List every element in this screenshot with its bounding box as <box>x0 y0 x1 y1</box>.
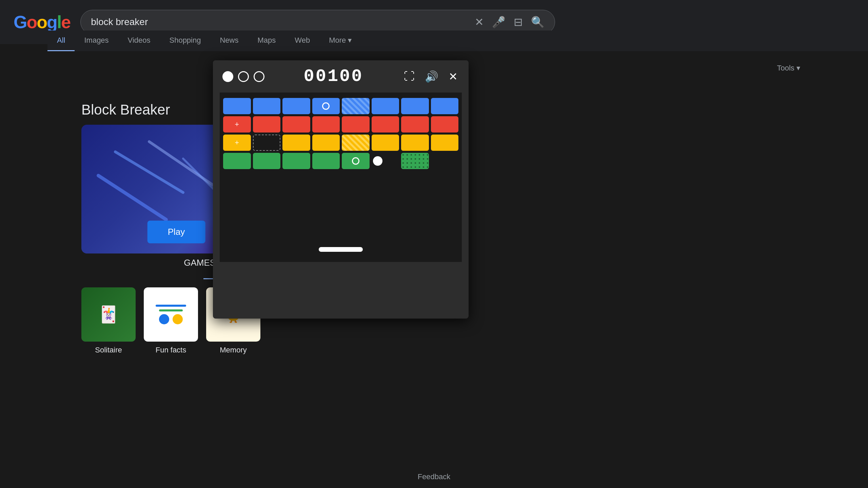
brick-dotted <box>401 153 429 169</box>
svg-line-2 <box>98 176 166 220</box>
brick <box>431 135 459 151</box>
brick <box>253 98 281 114</box>
brick-row-4 <box>223 153 458 169</box>
close-button[interactable]: ✕ <box>447 69 459 84</box>
brick <box>401 98 429 114</box>
brick-row-1 <box>223 98 458 114</box>
funfacts-label: Fun facts <box>144 346 198 354</box>
tab-images[interactable]: Images <box>75 30 118 51</box>
brick-empty-2 <box>431 153 459 169</box>
game-card-funfacts[interactable]: Fun facts <box>144 287 198 354</box>
tab-maps[interactable]: Maps <box>248 30 285 51</box>
feedback-text[interactable]: Feedback <box>418 472 451 481</box>
brick-area: + + <box>220 93 462 169</box>
nav-tabs: All Images Videos Shopping News Maps Web… <box>47 30 868 51</box>
brick <box>253 153 281 169</box>
brick-yellow-striped <box>342 135 370 151</box>
brick <box>282 116 310 133</box>
playing-field: + + <box>220 93 462 262</box>
brick-empty <box>253 135 281 151</box>
paddle[interactable] <box>319 247 363 252</box>
brick <box>431 98 459 114</box>
voice-search-button[interactable]: 🎤 <box>492 16 506 28</box>
life-2 <box>238 71 249 82</box>
ball-near-paddle <box>373 156 382 166</box>
brick-yellow-plus: + <box>223 135 251 151</box>
game-controls: ⛶ 🔊 ✕ <box>402 69 459 84</box>
solitaire-label: Solitaire <box>81 346 136 354</box>
brick <box>401 135 429 151</box>
brick <box>312 135 340 151</box>
life-1 <box>222 71 233 82</box>
tab-shopping[interactable]: Shopping <box>160 30 210 51</box>
solitaire-thumbnail: 🃏 <box>81 287 136 342</box>
brick <box>342 116 370 133</box>
search-button[interactable]: 🔍 <box>531 16 545 28</box>
tools-button[interactable]: Tools ▾ <box>777 64 800 73</box>
brick-green-circle <box>342 153 370 169</box>
tab-videos[interactable]: Videos <box>118 30 160 51</box>
fullscreen-button[interactable]: ⛶ <box>402 69 416 84</box>
brick-empty-space <box>372 153 399 169</box>
tab-news[interactable]: News <box>210 30 248 51</box>
brick-striped <box>342 98 370 114</box>
clear-search-button[interactable]: ✕ <box>475 16 484 28</box>
brick <box>312 153 340 169</box>
brick <box>253 116 281 133</box>
funfacts-thumbnail <box>144 287 198 342</box>
google-logo: Google <box>14 12 70 32</box>
tab-more[interactable]: More ▾ <box>319 30 361 51</box>
lives-container <box>222 71 264 82</box>
brick-circle <box>312 98 340 114</box>
brick <box>372 98 399 114</box>
brick <box>401 116 429 133</box>
brick <box>312 116 340 133</box>
brick-row-2: + <box>223 116 458 133</box>
memory-label: Memory <box>206 346 260 354</box>
brick-red-plus: + <box>223 116 251 133</box>
search-icons-container: ✕ 🎤 ⊟ 🔍 <box>475 16 545 28</box>
brick <box>282 153 310 169</box>
life-3 <box>254 71 264 82</box>
play-button[interactable]: Play <box>147 221 205 243</box>
brick <box>223 153 251 169</box>
game-card-solitaire[interactable]: 🃏 Solitaire <box>81 287 136 354</box>
brick <box>431 116 459 133</box>
game-header: 00100 ⛶ 🔊 ✕ <box>213 60 469 93</box>
brick <box>282 98 310 114</box>
tab-web[interactable]: Web <box>285 30 319 51</box>
image-search-button[interactable]: ⊟ <box>514 16 523 28</box>
tab-all[interactable]: All <box>47 30 75 51</box>
sound-button[interactable]: 🔊 <box>423 69 440 84</box>
brick-row-3: + <box>223 135 458 151</box>
brick <box>372 116 399 133</box>
search-input[interactable] <box>91 17 468 27</box>
score-display: 00100 <box>264 66 402 86</box>
game-overlay: 00100 ⛶ 🔊 ✕ <box>213 60 469 319</box>
brick <box>223 98 251 114</box>
brick <box>282 135 310 151</box>
brick <box>372 135 399 151</box>
